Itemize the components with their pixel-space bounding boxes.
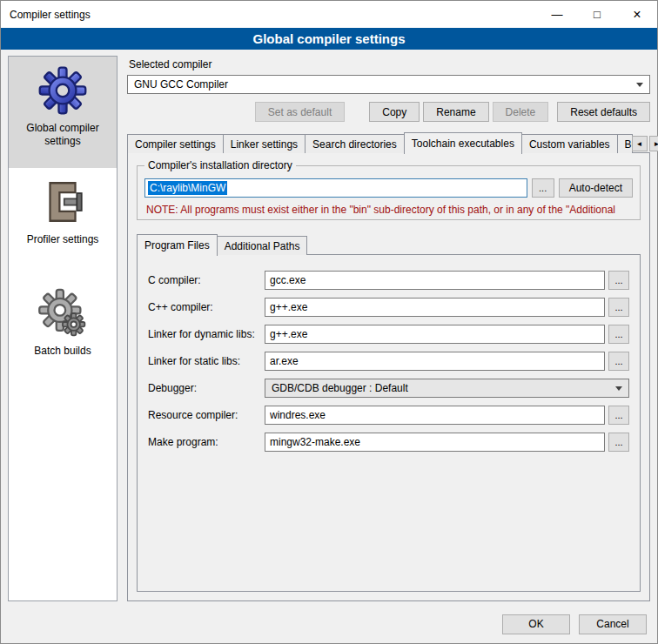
- bin-directory-note: NOTE: All programs must exist either in …: [146, 204, 631, 216]
- dialog-body: Global compiler settings Profiler settin…: [1, 50, 657, 605]
- resource-compiler-browse-button[interactable]: ...: [608, 406, 629, 425]
- debugger-label: Debugger:: [148, 382, 265, 394]
- sidebar-item-batch-builds[interactable]: Batch builds: [9, 279, 117, 391]
- c-compiler-input[interactable]: [265, 271, 605, 290]
- chevron-down-icon: [615, 386, 622, 391]
- program-files-tab-bar: Program Files Additional Paths: [137, 234, 641, 255]
- title-bar: Compiler settings — □ ×: [1, 1, 657, 28]
- copy-button[interactable]: Copy: [369, 102, 420, 122]
- sidebar-item-label: Global compiler settings: [9, 122, 117, 148]
- compiler-actions: Set as default Copy Rename Delete Reset …: [127, 102, 650, 122]
- cpp-compiler-label: C++ compiler:: [148, 301, 265, 313]
- install-dir-value: C:\raylib\MinGW: [148, 181, 227, 195]
- blue-gear-icon: [37, 65, 88, 116]
- delete-button[interactable]: Delete: [493, 102, 549, 122]
- tab-linker-settings[interactable]: Linker settings: [223, 134, 306, 153]
- chevron-down-icon: [636, 83, 643, 87]
- dynamic-linker-input[interactable]: [265, 325, 605, 344]
- selected-compiler-select[interactable]: GNU GCC Compiler: [127, 75, 650, 94]
- tab-build-options[interactable]: Buil: [617, 134, 633, 153]
- installation-directory-row: C:\raylib\MinGW ... Auto-detect: [144, 178, 633, 198]
- cancel-button[interactable]: Cancel: [579, 614, 647, 634]
- static-linker-input[interactable]: [265, 352, 605, 371]
- field-row-c-compiler: C compiler: ...: [148, 271, 629, 290]
- tab-program-files[interactable]: Program Files: [137, 234, 218, 256]
- debugger-value: GDB/CDB debugger : Default: [272, 382, 408, 394]
- cpp-compiler-input[interactable]: [265, 298, 605, 317]
- settings-tab-bar: Compiler settings Linker settings Search…: [127, 132, 650, 153]
- make-program-label: Make program:: [148, 436, 265, 448]
- settings-content: Selected compiler GNU GCC Compiler Set a…: [127, 56, 650, 601]
- tab-search-directories[interactable]: Search directories: [305, 134, 405, 153]
- debugger-select[interactable]: GDB/CDB debugger : Default: [265, 379, 629, 398]
- sidebar-item-global-compiler-settings[interactable]: Global compiler settings: [9, 57, 117, 168]
- dialog-footer: OK Cancel: [1, 605, 657, 643]
- selected-compiler-value: GNU GCC Compiler: [134, 78, 228, 91]
- c-compiler-browse-button[interactable]: ...: [608, 271, 629, 290]
- c-compiler-label: C compiler:: [148, 274, 265, 286]
- make-program-browse-button[interactable]: ...: [608, 433, 629, 452]
- minimize-icon[interactable]: —: [537, 1, 577, 28]
- compiler-settings-window: Compiler settings — □ × Global compiler …: [0, 0, 658, 644]
- dialog-header: Global compiler settings: [1, 28, 657, 50]
- window-title: Compiler settings: [1, 9, 91, 21]
- tab-custom-variables[interactable]: Custom variables: [521, 134, 618, 153]
- installation-directory-group: Compiler's installation directory C:\ray…: [137, 165, 641, 220]
- program-files-panel: C compiler: ... C++ compiler: ... Linker…: [137, 254, 641, 592]
- field-row-make-program: Make program: ...: [148, 433, 629, 452]
- tab-scroll-controls: ◄ ►: [632, 136, 658, 151]
- dynamic-linker-browse-button[interactable]: ...: [608, 325, 629, 344]
- tab-compiler-settings[interactable]: Compiler settings: [127, 134, 224, 153]
- field-row-dynamic-linker: Linker for dynamic libs: ...: [148, 325, 629, 344]
- cpp-compiler-browse-button[interactable]: ...: [608, 298, 629, 317]
- field-row-static-linker: Linker for static libs: ...: [148, 352, 629, 371]
- window-controls: — □ ×: [537, 1, 657, 28]
- field-row-debugger: Debugger: GDB/CDB debugger : Default: [148, 379, 629, 398]
- dynamic-linker-label: Linker for dynamic libs:: [148, 328, 265, 340]
- ok-button[interactable]: OK: [502, 614, 570, 634]
- install-dir-browse-button[interactable]: ...: [532, 178, 554, 198]
- sidebar-item-label: Batch builds: [30, 345, 94, 358]
- tab-additional-paths[interactable]: Additional Paths: [217, 236, 308, 255]
- clamp-icon: [37, 177, 88, 227]
- sidebar-item-profiler-settings[interactable]: Profiler settings: [9, 168, 117, 279]
- make-program-input[interactable]: [265, 433, 605, 452]
- static-linker-browse-button[interactable]: ...: [608, 352, 629, 371]
- tab-scroll-right-icon[interactable]: ►: [649, 136, 658, 151]
- gray-gears-icon: [37, 288, 88, 339]
- sidebar-item-label: Profiler settings: [24, 233, 103, 246]
- reset-defaults-button[interactable]: Reset defaults: [557, 102, 650, 122]
- tab-toolchain-executables[interactable]: Toolchain executables: [404, 132, 522, 154]
- set-as-default-button[interactable]: Set as default: [255, 102, 345, 122]
- field-row-resource-compiler: Resource compiler: ...: [148, 406, 629, 425]
- resource-compiler-label: Resource compiler:: [148, 409, 265, 421]
- maximize-icon[interactable]: □: [577, 1, 617, 28]
- installation-directory-title: Compiler's installation directory: [144, 159, 296, 171]
- resource-compiler-input[interactable]: [265, 406, 605, 425]
- tab-scroll-left-icon[interactable]: ◄: [632, 136, 648, 151]
- auto-detect-button[interactable]: Auto-detect: [559, 178, 633, 198]
- toolchain-executables-panel: Compiler's installation directory C:\ray…: [127, 152, 650, 601]
- settings-category-list: Global compiler settings Profiler settin…: [8, 56, 118, 601]
- close-icon[interactable]: ×: [617, 1, 657, 28]
- static-linker-label: Linker for static libs:: [148, 355, 265, 367]
- rename-button[interactable]: Rename: [423, 102, 488, 122]
- field-row-cpp-compiler: C++ compiler: ...: [148, 298, 629, 317]
- selected-compiler-label: Selected compiler: [129, 58, 650, 70]
- install-dir-input[interactable]: C:\raylib\MinGW: [144, 178, 527, 198]
